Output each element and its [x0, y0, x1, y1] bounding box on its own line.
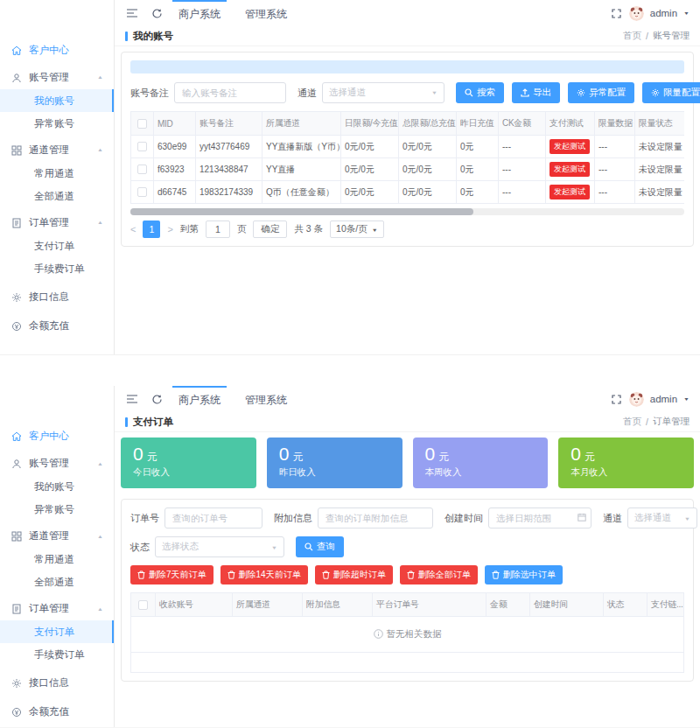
delete-button-label: 删除选中订单: [503, 569, 556, 581]
sidebar-item-balance-recharge[interactable]: 余额充值: [0, 314, 114, 338]
sidebar-item-fee-orders[interactable]: 手续费订单: [0, 257, 114, 280]
sidebar-item-customer-center[interactable]: 客户中心: [0, 424, 114, 448]
breadcrumb-home[interactable]: 首页: [623, 416, 641, 428]
sidebar-item-api-info[interactable]: 接口信息: [0, 671, 114, 695]
cell-total: 0元/0元: [399, 181, 457, 204]
sidebar-item-payment-orders[interactable]: 支付订单: [0, 234, 114, 257]
breadcrumb-home[interactable]: 首页: [623, 30, 641, 42]
menu-collapse-icon[interactable]: [125, 7, 138, 20]
row-checkbox[interactable]: [137, 187, 147, 197]
stat-label: 今日收入: [133, 466, 244, 479]
col-status: 状态: [604, 593, 648, 617]
goto-page-input[interactable]: [206, 220, 230, 238]
select-all-checkbox[interactable]: [137, 119, 147, 129]
order-no-input[interactable]: [164, 508, 262, 528]
avatar[interactable]: [629, 6, 644, 21]
date-range-input[interactable]: [488, 508, 592, 528]
sidebar-group-order[interactable]: 订单管理 ▲: [0, 211, 114, 234]
sidebar-group-channel[interactable]: 通道管理 ▲: [0, 138, 114, 162]
fullscreen-icon[interactable]: [610, 393, 623, 406]
coin-icon: [10, 320, 22, 332]
stat-unit: 元: [584, 452, 595, 462]
col-channel: 所属通道: [233, 593, 303, 617]
sidebar-item-common-channels[interactable]: 常用通道: [0, 162, 114, 185]
sidebar-group-label: 通道管理: [29, 144, 69, 157]
tab-merchant-system[interactable]: 商户系统: [176, 386, 223, 412]
chevron-up-icon: ▲: [97, 606, 103, 612]
row-checkbox[interactable]: [137, 142, 147, 151]
next-page-button[interactable]: >: [167, 224, 172, 234]
tab-admin-system[interactable]: 管理系统: [242, 386, 290, 412]
sidebar-group-account[interactable]: 账号管理 ▲: [0, 66, 114, 89]
sidebar-item-all-channels[interactable]: 全部通道: [0, 185, 114, 207]
page-size-value: 10条/页: [336, 223, 368, 235]
delete-buttons-row: 删除7天前订单 删除14天前订单 删除超时订单 删除全部订单: [130, 565, 684, 584]
scrollbar-thumb[interactable]: [130, 208, 473, 215]
sidebar-group-order[interactable]: 订单管理 ▲: [0, 597, 114, 620]
delete-7days-button[interactable]: 删除7天前订单: [130, 565, 214, 584]
delete-all-button[interactable]: 删除全部订单: [400, 565, 478, 584]
extra-info-input[interactable]: [318, 508, 433, 528]
tab-admin-system[interactable]: 管理系统: [242, 0, 290, 26]
tab-merchant-system[interactable]: 商户系统: [176, 0, 223, 26]
sidebar-item-label: 余额充值: [29, 319, 69, 332]
order-list-icon: [10, 217, 22, 228]
pay-test-button[interactable]: 发起测试: [550, 139, 590, 154]
pay-test-button[interactable]: 发起测试: [550, 185, 590, 200]
status-filter-select[interactable]: 选择状态 ▼: [155, 536, 284, 557]
sidebar-item-my-accounts[interactable]: 我的账号: [0, 89, 114, 112]
home-icon: [10, 45, 22, 56]
content-area: 0元 今日收入 0元 昨日收入 0元 本周收入 0元 本月收入: [115, 432, 700, 727]
refresh-icon[interactable]: [150, 7, 164, 20]
abnormal-config-button[interactable]: 异常配置: [568, 82, 634, 103]
cell-channel: YY直播新版（Y币）: [262, 136, 341, 158]
menu-collapse-icon[interactable]: [125, 393, 138, 406]
user-menu[interactable]: admin: [650, 8, 677, 18]
info-icon: [374, 629, 383, 639]
cell-channel: YY直播: [262, 158, 341, 181]
total-count: 共 3 条: [294, 223, 323, 235]
sidebar-item-balance-recharge[interactable]: 余额充值: [0, 700, 114, 724]
delete-timeout-button[interactable]: 删除超时订单: [315, 565, 393, 584]
delete-14days-button[interactable]: 删除14天前订单: [220, 565, 308, 584]
sidebar-item-abnormal-accounts[interactable]: 异常账号: [0, 498, 114, 521]
channel-filter-select[interactable]: 选择通道 ▼: [627, 508, 697, 528]
row-checkbox[interactable]: [137, 164, 147, 174]
sidebar-item-label: 常用通道: [34, 553, 74, 566]
sidebar-item-my-accounts[interactable]: 我的账号: [0, 475, 114, 498]
sidebar-item-label: 手续费订单: [34, 262, 85, 276]
sidebar-item-label: 接口信息: [29, 676, 69, 690]
refresh-icon[interactable]: [150, 393, 164, 406]
search-button[interactable]: 搜索: [456, 82, 504, 103]
page-size-select[interactable]: 10条/页 ▼: [330, 220, 384, 238]
channel-filter-select[interactable]: 选择通道 ▼: [322, 82, 444, 103]
prev-page-button[interactable]: <: [130, 224, 136, 234]
sidebar-group-account[interactable]: 账号管理 ▲: [0, 452, 114, 475]
cell-daily: 0元/0元: [341, 136, 399, 158]
pay-test-button[interactable]: 发起测试: [550, 162, 590, 177]
avatar[interactable]: [629, 392, 644, 407]
sidebar-item-all-channels[interactable]: 全部通道: [0, 570, 114, 593]
sidebar-item-customer-center[interactable]: 客户中心: [0, 38, 114, 62]
sidebar-group-channel[interactable]: 通道管理 ▲: [0, 524, 114, 548]
sidebar-item-abnormal-accounts[interactable]: 异常账号: [0, 112, 114, 135]
sidebar-item-payment-orders[interactable]: 支付订单: [0, 620, 114, 643]
query-button[interactable]: 查询: [296, 536, 344, 557]
select-all-checkbox[interactable]: [138, 600, 148, 610]
breadcrumb-bar: 支付订单 首页 / 订单管理: [115, 412, 700, 432]
delete-selected-button[interactable]: 删除选中订单: [485, 565, 563, 584]
goto-confirm-button[interactable]: 确定: [253, 220, 287, 238]
export-button[interactable]: 导出: [512, 82, 560, 103]
fullscreen-icon[interactable]: [610, 7, 623, 20]
user-menu[interactable]: admin: [650, 394, 677, 404]
sidebar: 客户中心 账号管理 ▲ 我的账号 异常账号 通道管理 ▲ 常用通道 全部通道 订…: [0, 0, 115, 354]
col-pay-link: 支付链...: [648, 593, 684, 617]
grid-icon: [10, 530, 22, 542]
limit-config-button[interactable]: 限量配置: [642, 82, 700, 103]
remark-filter-input[interactable]: [174, 82, 286, 103]
sidebar-item-api-info[interactable]: 接口信息: [0, 285, 114, 309]
col-channel: 所属通道: [262, 112, 341, 136]
sidebar-item-common-channels[interactable]: 常用通道: [0, 548, 114, 570]
sidebar-item-fee-orders[interactable]: 手续费订单: [0, 643, 114, 666]
page-number[interactable]: 1: [143, 220, 160, 238]
